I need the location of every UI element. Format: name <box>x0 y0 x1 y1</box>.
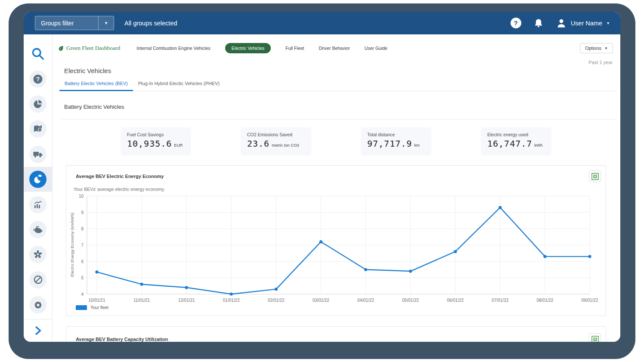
kpi-card-fuel-cost-savings: Fuel Cost Savings10,935.6EUR <box>121 127 191 156</box>
svg-text:8: 8 <box>81 227 84 231</box>
sidebar-item-search[interactable] <box>24 41 52 66</box>
excel-export-icon <box>591 173 599 180</box>
line-chart-canvas[interactable]: 4567891010/01/2111/01/2112/01/2101/01/22… <box>66 193 606 305</box>
sidebar-item-exceptions[interactable] <box>24 267 52 292</box>
svg-text:01/01/22: 01/01/22 <box>223 298 240 303</box>
main-content: Green Fleet Dashboard Internal Combustio… <box>53 34 620 342</box>
dashboard-nav: Internal Combustion Engine VehiclesElect… <box>136 43 387 53</box>
topbar-actions: ? User Name ▾ <box>511 18 609 29</box>
kpi-label: Total distance <box>367 132 425 137</box>
user-icon <box>556 18 567 29</box>
chart-title: Average BEV Electric Energy Economy <box>76 174 589 179</box>
sidebar-item-settings[interactable] <box>24 292 52 317</box>
nav-driver-behavior[interactable]: Driver Behavior <box>319 46 350 51</box>
logo-text: Green Fleet Dashboard <box>66 45 120 52</box>
chart-legend: Your fleet <box>66 305 606 316</box>
bell-icon[interactable] <box>533 18 544 28</box>
svg-text:12/01/21: 12/01/21 <box>178 298 195 303</box>
chart-title: Average BEV Battery Capacity Utilization <box>76 337 589 342</box>
export-excel-button[interactable] <box>589 333 601 342</box>
kpi-label: Electric energy used <box>487 132 545 137</box>
device-frame: Groups filter ▾ All groups selected ? Us… <box>9 3 635 359</box>
kpi-unit: km <box>414 143 420 147</box>
svg-text:5: 5 <box>81 276 84 280</box>
map-pin-icon <box>29 120 46 138</box>
kpi-label: Fuel Cost Savings <box>127 132 185 137</box>
kpi-value: 97,717.9 <box>367 138 412 149</box>
kpi-card-electric-energy-used: Electric energy used16,747.7kWh <box>481 127 551 156</box>
chart-panel-header: Average BEV Battery Capacity Utilization <box>66 327 606 342</box>
leaf-icon <box>58 45 64 52</box>
engine-icon <box>29 221 46 238</box>
search-icon <box>31 46 45 61</box>
tab-plug-in-hybrid-electic-vehicles-phev[interactable]: Plug-In Hybrid Electic Vehicles (PHEV) <box>133 81 225 91</box>
svg-text:4: 4 <box>81 292 84 297</box>
kpi-value: 23.6 <box>247 138 269 149</box>
svg-text:11/01/21: 11/01/21 <box>133 298 150 303</box>
sidebar-item-reports[interactable] <box>24 92 52 117</box>
help-icon: ? <box>29 71 46 88</box>
user-menu[interactable]: User Name ▾ <box>556 18 609 29</box>
help-icon[interactable]: ? <box>511 18 521 28</box>
vehicle-type-tabs: Battery Electic Vehicles (BEV)Plug-In Hy… <box>59 81 617 91</box>
kpi-value: 10,935.6 <box>127 138 172 149</box>
kpi-unit: kWh <box>534 143 542 147</box>
page-title: Electric Vehicles <box>64 67 620 74</box>
sidebar-item-engine[interactable] <box>24 217 52 242</box>
excel-export-icon <box>591 336 599 342</box>
chart-panel-battery-utilization: Average BEV Battery Capacity Utilization <box>66 326 606 342</box>
sidebar: ? <box>24 34 53 342</box>
user-name: User Name <box>571 20 602 27</box>
kpi-unit: metric ton CO2 <box>272 143 299 147</box>
svg-text:9: 9 <box>81 210 84 215</box>
chart-panel-energy-economy: Average BEV Electric Energy Economy Your… <box>66 165 606 316</box>
sidebar-item-statistics[interactable] <box>24 192 52 217</box>
nav-internal-combustion-engine-vehicles[interactable]: Internal Combustion Engine Vehicles <box>136 46 211 51</box>
sidebar-expand-button[interactable] <box>24 319 52 341</box>
sidebar-item-groups[interactable] <box>24 242 52 267</box>
dashboard-header: Green Fleet Dashboard Internal Combustio… <box>58 43 613 53</box>
kpi-value: 16,747.7 <box>487 138 532 149</box>
statistics-icon <box>29 196 46 213</box>
kpi-card-co2-emissions-saved: CO2 Emissions Saved23.6metric ton CO2 <box>241 127 311 156</box>
body: ? <box>24 34 620 342</box>
nav-full-fleet[interactable]: Full Fleet <box>285 46 304 51</box>
chevron-right-icon <box>32 325 43 336</box>
gear-cluster-icon <box>29 246 46 263</box>
svg-text:04/01/22: 04/01/22 <box>357 298 374 303</box>
svg-text:07/01/22: 07/01/22 <box>492 298 508 303</box>
nav-electric-vehicles[interactable]: Electric Vehicles <box>225 43 271 53</box>
legend-swatch <box>76 305 87 310</box>
chart-subtitle: Your BEVs' average electric energy econo… <box>66 182 606 192</box>
blocked-icon <box>29 271 46 288</box>
chevron-down-icon[interactable]: ▾ <box>98 16 114 30</box>
settings-gear-icon <box>29 296 46 313</box>
svg-text:05/01/22: 05/01/22 <box>402 298 419 303</box>
nav-user-guide[interactable]: User Guide <box>365 46 387 51</box>
options-button[interactable]: Options ▼ <box>580 43 613 53</box>
truck-icon <box>29 146 46 163</box>
export-excel-button[interactable] <box>589 170 601 182</box>
sidebar-item-help[interactable]: ? <box>24 66 52 91</box>
kpi-unit: EUR <box>174 143 183 147</box>
chart-panel-header: Average BEV Electric Energy Economy <box>66 166 606 182</box>
sidebar-item-vehicles[interactable] <box>24 142 52 167</box>
section-divider <box>61 119 617 120</box>
sidebar-item-map[interactable] <box>24 117 52 141</box>
svg-text:02/01/22: 02/01/22 <box>268 298 285 303</box>
groups-selection-text: All groups selected <box>124 20 177 27</box>
section-title: Battery Electric Vehicles <box>64 104 620 110</box>
tab-battery-electic-vehicles-bev[interactable]: Battery Electic Vehicles (BEV) <box>59 81 133 91</box>
svg-text:08/01/22: 08/01/22 <box>536 298 553 303</box>
app-window: Groups filter ▾ All groups selected ? Us… <box>24 12 620 342</box>
svg-text:09/01/22: 09/01/22 <box>582 298 598 303</box>
kpi-label: CO2 Emissions Saved <box>247 132 305 137</box>
chart-area: Electric Energy Economy (km/kWh) 4567891… <box>66 193 606 305</box>
green-fleet-logo[interactable]: Green Fleet Dashboard <box>58 45 120 52</box>
groups-filter-label: Groups filter <box>35 16 98 30</box>
topbar: Groups filter ▾ All groups selected ? Us… <box>24 12 620 34</box>
legend-label: Your fleet <box>90 305 108 310</box>
groups-filter-dropdown[interactable]: Groups filter ▾ <box>35 16 114 30</box>
sidebar-item-green-fleet[interactable] <box>24 167 52 192</box>
pie-chart-icon <box>29 95 46 113</box>
